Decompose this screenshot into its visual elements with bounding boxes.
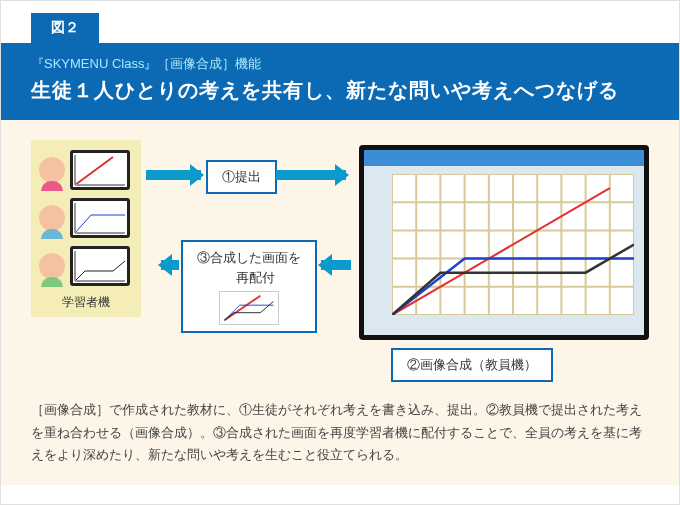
tablet-icon [70,150,130,190]
student-avatar-icon [39,253,65,279]
description-text: ［画像合成］で作成された教材に、①生徒がそれぞれ考えを書き込み、提出。②教員機で… [31,399,649,467]
step-2-label: ②画像合成（教員機） [391,348,553,382]
arrow-icon [161,260,179,270]
figure-container: 図２ 『SKYMENU Class』［画像合成］機能 生徒１人ひとりの考えを共有… [0,0,680,505]
step-3-line2: 再配付 [223,270,275,285]
svg-line-25 [392,188,610,315]
figure-tag: 図２ [31,13,99,43]
learner-row [39,198,133,238]
learners-label: 学習者機 [39,294,133,311]
tablet-icon [70,246,130,286]
hero-title: 生徒１人ひとりの考えを共有し、新たな問いや考えへつなげる [31,77,649,104]
composite-chart [392,174,634,315]
tablet-icon [70,198,130,238]
learner-devices: 学習者機 [31,140,141,317]
student-avatar-icon [39,157,65,183]
composite-thumb-icon [219,291,279,325]
teacher-app-toolbar [364,150,644,166]
teacher-device [359,145,649,340]
arrow-icon [146,170,201,180]
diagram: 学習者機 ①提出 ③合成した画面を 再配付 ②画像合成（教員機） [31,140,649,385]
student-avatar-icon [39,205,65,231]
step-1-label: ①提出 [206,160,277,194]
learner-row [39,246,133,286]
teacher-screen [364,150,644,335]
learner-row [39,150,133,190]
step-3-line1: ③合成した画面を [197,250,301,265]
svg-line-0 [75,157,113,185]
arrow-icon [276,170,346,180]
svg-line-7 [225,296,261,320]
diagram-body: 学習者機 ①提出 ③合成した画面を 再配付 ②画像合成（教員機） ［画像合成］で… [1,120,679,485]
hero-subtitle: 『SKYMENU Class』［画像合成］機能 [31,55,649,73]
hero: 『SKYMENU Class』［画像合成］機能 生徒１人ひとりの考えを共有し、新… [1,43,679,120]
step-3-label: ③合成した画面を 再配付 [181,240,317,333]
arrow-icon [321,260,351,270]
